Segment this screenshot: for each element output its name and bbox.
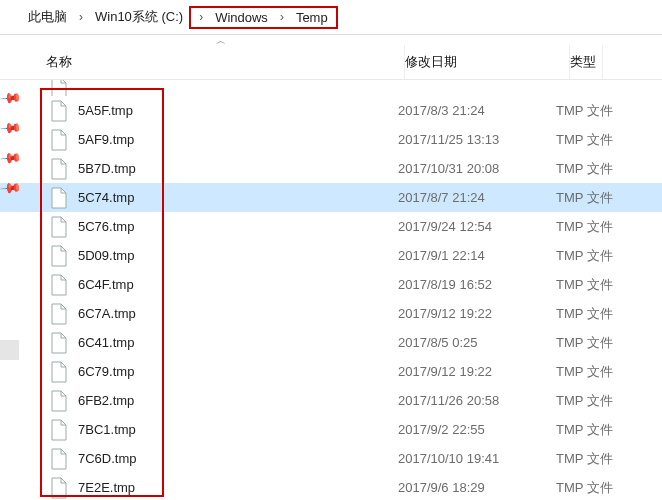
file-name: 5C76.tmp [78,219,398,234]
file-name: 7E2E.tmp [78,480,398,495]
header-type[interactable]: 类型 [570,45,603,79]
file-name: 5B7D.tmp [78,161,398,176]
file-name: 6C79.tmp [78,364,398,379]
pin-icon: 📌 [0,116,22,139]
file-name: 7C6D.tmp [78,451,398,466]
file-icon [50,332,68,354]
column-headers: 名称 修改日期 类型 [0,45,662,80]
header-name[interactable]: 名称 [46,45,405,79]
table-row[interactable]: 6FB2.tmp2017/11/26 20:58TMP 文件 [0,386,662,415]
file-date: 2017/8/3 21:24 [398,103,556,118]
file-name: 5A5F.tmp [78,103,398,118]
table-row[interactable]: 6C4F.tmp2017/8/19 16:52TMP 文件 [0,270,662,299]
file-list: 5A5F.tmp2017/8/3 21:24TMP 文件5AF9.tmp2017… [0,80,662,500]
table-row[interactable]: 6C41.tmp2017/8/5 0:25TMP 文件 [0,328,662,357]
table-row[interactable]: 7BC1.tmp2017/9/2 22:55TMP 文件 [0,415,662,444]
file-icon [50,274,68,296]
file-icon [50,448,68,470]
table-row[interactable]: 5C74.tmp2017/8/7 21:24TMP 文件 [0,183,662,212]
file-type: TMP 文件 [556,421,613,439]
file-type: TMP 文件 [556,160,613,178]
file-name: 5C74.tmp [78,190,398,205]
file-icon [50,216,68,238]
file-date: 2017/11/26 20:58 [398,393,556,408]
table-row[interactable]: 5AF9.tmp2017/11/25 13:13TMP 文件 [0,125,662,154]
file-icon [50,245,68,267]
table-row[interactable]: 6C7A.tmp2017/9/12 19:22TMP 文件 [0,299,662,328]
file-date: 2017/10/10 19:41 [398,451,556,466]
file-type: TMP 文件 [556,102,613,120]
crumb-drive-c[interactable]: Win10系统 (C:) [89,6,189,28]
file-date: 2017/10/31 20:08 [398,161,556,176]
file-type: TMP 文件 [556,218,613,236]
file-name: 6FB2.tmp [78,393,398,408]
file-icon [50,419,68,441]
file-date: 2017/8/19 16:52 [398,277,556,292]
file-type: TMP 文件 [556,334,613,352]
file-type: TMP 文件 [556,276,613,294]
file-icon [50,477,68,499]
crumb-this-pc[interactable]: 此电脑 [22,6,73,28]
breadcrumb: 此电脑 › Win10系统 (C:) › Windows › Temp [0,0,662,35]
file-type: TMP 文件 [556,363,613,381]
file-date: 2017/9/12 19:22 [398,364,556,379]
file-type: TMP 文件 [556,479,613,497]
file-name: 6C7A.tmp [78,306,398,321]
file-type: TMP 文件 [556,450,613,468]
file-icon [50,361,68,383]
sidebar-fragment [0,340,19,360]
chevron-right-icon: › [73,10,89,24]
crumb-windows[interactable]: Windows [209,8,274,27]
file-date: 2017/11/25 13:13 [398,132,556,147]
file-type: TMP 文件 [556,247,613,265]
file-date: 2017/9/2 22:55 [398,422,556,437]
header-date[interactable]: 修改日期 [405,45,570,79]
file-date: 2017/9/6 18:29 [398,480,556,495]
file-icon [50,100,68,122]
table-row[interactable]: 7C6D.tmp2017/10/10 19:41TMP 文件 [0,444,662,473]
annotation-box-breadcrumb: › Windows › Temp [189,6,338,29]
file-type: TMP 文件 [556,189,613,207]
file-icon [50,80,68,96]
chevron-right-icon: › [274,10,290,24]
file-name: 7BC1.tmp [78,422,398,437]
table-row[interactable]: 5D09.tmp2017/9/1 22:14TMP 文件 [0,241,662,270]
chevron-right-icon: › [193,10,209,24]
file-name: 6C4F.tmp [78,277,398,292]
file-icon [50,129,68,151]
table-row[interactable]: 5C76.tmp2017/9/24 12:54TMP 文件 [0,212,662,241]
table-row[interactable]: 5B7D.tmp2017/10/31 20:08TMP 文件 [0,154,662,183]
pin-icon: 📌 [0,86,22,109]
table-row[interactable]: 7E2E.tmp2017/9/6 18:29TMP 文件 [0,473,662,500]
file-name: 5AF9.tmp [78,132,398,147]
quick-access-pins: 📌 📌 📌 📌 [2,90,19,196]
file-type: TMP 文件 [556,305,613,323]
crumb-temp[interactable]: Temp [290,8,334,27]
file-icon [50,158,68,180]
pin-icon: 📌 [0,146,22,169]
file-icon [50,390,68,412]
file-icon [50,187,68,209]
file-type: TMP 文件 [556,131,613,149]
file-icon [50,303,68,325]
table-row[interactable]: 5A5F.tmp2017/8/3 21:24TMP 文件 [0,96,662,125]
file-name: 5D09.tmp [78,248,398,263]
table-row[interactable]: 6C79.tmp2017/9/12 19:22TMP 文件 [0,357,662,386]
sort-chevron-up-icon[interactable]: ︿ [216,34,226,48]
file-date: 2017/8/7 21:24 [398,190,556,205]
file-date: 2017/9/1 22:14 [398,248,556,263]
file-name: 6C41.tmp [78,335,398,350]
file-type: TMP 文件 [556,392,613,410]
file-date: 2017/8/5 0:25 [398,335,556,350]
file-date: 2017/9/12 19:22 [398,306,556,321]
file-date: 2017/9/24 12:54 [398,219,556,234]
table-row[interactable] [0,80,662,96]
